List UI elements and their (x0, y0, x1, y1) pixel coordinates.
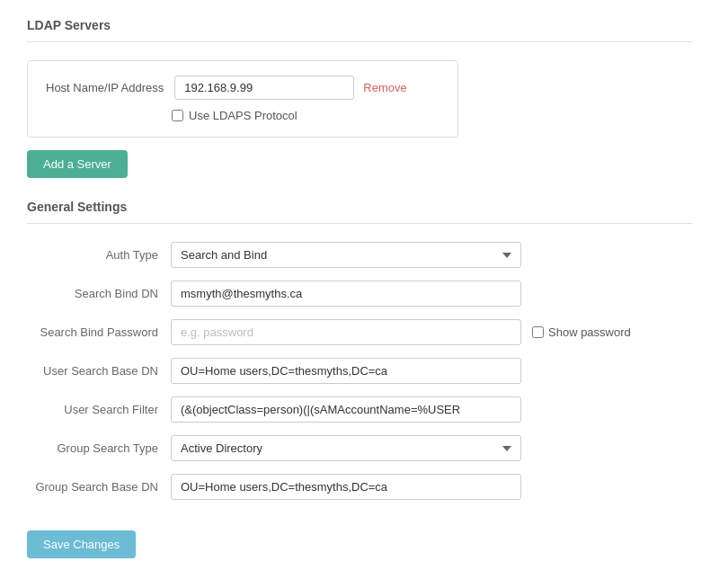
ldap-servers-section: LDAP Servers Host Name/IP Address Remove… (27, 18, 692, 200)
ldaps-row: Use LDAPS Protocol (46, 109, 439, 122)
host-input[interactable] (174, 76, 354, 100)
ldap-section-divider (27, 41, 692, 42)
user-search-base-dn-label: User Search Base DN (27, 364, 171, 378)
group-search-type-label: Group Search Type (27, 441, 171, 455)
auth-type-row: Auth Type Search and Bind Direct Bind LD… (27, 242, 692, 268)
server-card: Host Name/IP Address Remove Use LDAPS Pr… (27, 60, 458, 138)
show-password-wrapper: Show password (532, 325, 631, 339)
save-button-wrapper: Save Changes (27, 521, 692, 558)
host-label: Host Name/IP Address (46, 81, 164, 94)
general-section-divider (27, 223, 692, 224)
general-section-title: General Settings (27, 200, 692, 214)
add-server-button[interactable]: Add a Server (27, 150, 128, 178)
auth-type-select[interactable]: Search and Bind Direct Bind LDAP (171, 242, 521, 268)
server-host-row: Host Name/IP Address Remove (46, 76, 439, 100)
general-settings-section: General Settings Auth Type Search and Bi… (27, 200, 692, 500)
password-row: Show password (171, 319, 631, 345)
search-bind-password-input[interactable] (171, 319, 521, 345)
remove-link[interactable]: Remove (363, 81, 406, 94)
group-search-base-dn-row: Group Search Base DN (27, 474, 692, 500)
search-bind-dn-row: Search Bind DN (27, 281, 692, 307)
user-search-base-dn-input[interactable] (171, 358, 521, 384)
user-search-filter-label: User Search Filter (27, 403, 171, 416)
search-bind-password-label: Search Bind Password (27, 325, 171, 339)
show-password-label[interactable]: Show password (548, 325, 631, 339)
save-changes-button[interactable]: Save Changes (27, 530, 136, 558)
search-bind-dn-label: Search Bind DN (27, 287, 171, 300)
ldaps-label[interactable]: Use LDAPS Protocol (189, 109, 297, 122)
add-server-button-wrapper: Add a Server (27, 150, 692, 200)
search-bind-dn-input[interactable] (171, 281, 521, 307)
ldap-section-title: LDAP Servers (27, 18, 692, 32)
search-bind-password-row: Search Bind Password Show password (27, 319, 692, 345)
show-password-checkbox[interactable] (532, 326, 544, 338)
group-search-base-dn-label: Group Search Base DN (27, 480, 171, 494)
user-search-filter-row: User Search Filter (27, 396, 692, 423)
user-search-base-dn-row: User Search Base DN (27, 358, 692, 384)
user-search-filter-input[interactable] (171, 396, 521, 423)
group-search-type-select[interactable]: Active Directory POSIX None (171, 435, 521, 461)
auth-type-label: Auth Type (27, 248, 171, 262)
group-search-type-row: Group Search Type Active Directory POSIX… (27, 435, 692, 461)
ldaps-checkbox[interactable] (172, 110, 183, 121)
group-search-base-dn-input[interactable] (171, 474, 521, 500)
